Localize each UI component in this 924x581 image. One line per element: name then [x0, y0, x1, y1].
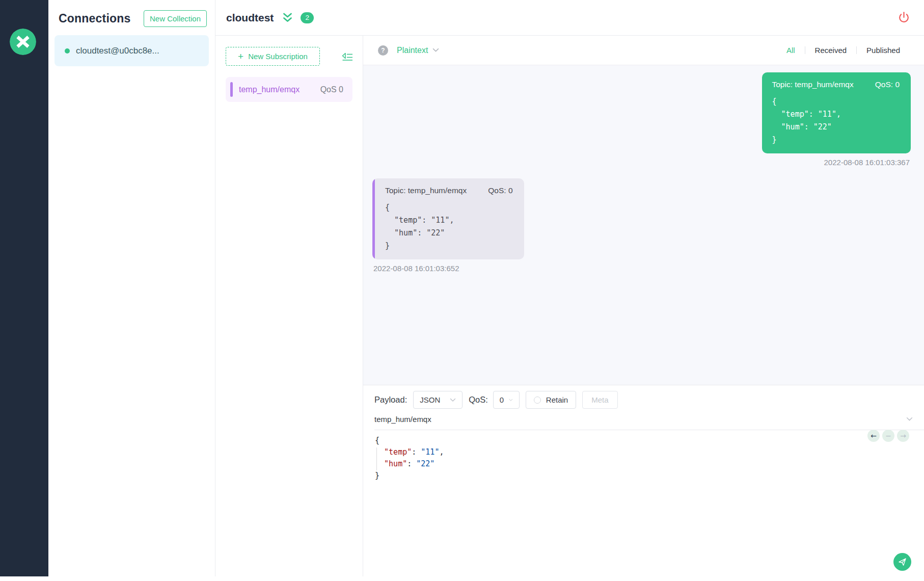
plus-icon: + — [238, 51, 243, 61]
message-list: Topic: temp_hum/emqx QoS: 0 { "temp": "1… — [363, 65, 924, 385]
power-icon — [897, 11, 911, 24]
subscription-topic: temp_hum/emqx — [239, 85, 315, 94]
payload-format-display-select[interactable]: Plaintext — [397, 46, 439, 55]
retain-radio-icon — [534, 397, 541, 404]
message-topic: Topic: temp_hum/emqx — [772, 80, 854, 89]
subscription-color-bar — [230, 82, 233, 97]
payload-format-select[interactable]: JSON — [413, 391, 463, 409]
message-timestamp: 2022-08-08 16:01:03:367 — [824, 158, 910, 167]
format-label: Plaintext — [397, 46, 428, 55]
tab-all[interactable]: All — [777, 46, 805, 55]
payload-editor[interactable]: { "temp": "11", "hum": "22"} — [363, 430, 924, 482]
connection-header: cloudtest 2 — [215, 0, 924, 36]
indent-guide — [376, 447, 377, 470]
payload-editor-code: { "temp": "11", "hum": "22"} — [375, 435, 924, 482]
message-timestamp: 2022-08-08 16:01:03:652 — [373, 264, 459, 273]
collapse-panel-icon — [341, 51, 354, 62]
published-message: Topic: temp_hum/emqx QoS: 0 { "temp": "1… — [372, 72, 911, 167]
collapse-panel-button[interactable] — [340, 50, 355, 63]
qos-value: 0 — [500, 395, 504, 404]
history-back-button[interactable]: ← — [867, 430, 880, 442]
disconnect-button[interactable] — [895, 10, 912, 26]
message-filter-tabs: All Received Published — [777, 46, 910, 55]
connections-panel: Connections New Collection cloudtest@u0c… — [48, 0, 215, 576]
tab-received[interactable]: Received — [805, 46, 857, 55]
mqttx-logo-icon — [10, 29, 36, 55]
retain-checkbox[interactable]: Retain — [526, 391, 576, 409]
send-plane-icon — [898, 557, 907, 567]
send-button[interactable] — [893, 553, 911, 571]
received-color-bar — [372, 178, 375, 259]
received-message-bubble: Topic: temp_hum/emqx QoS: 0 { "temp": "1… — [372, 178, 524, 259]
chevron-down-icon — [432, 48, 439, 52]
tab-published[interactable]: Published — [857, 46, 910, 55]
payload-history-controls: ← − → — [867, 430, 909, 442]
message-payload: { "temp": "11", "hum": "22" } — [772, 95, 900, 146]
message-qos: QoS: 0 — [488, 186, 512, 195]
subscription-item[interactable]: temp_hum/emqx QoS 0 — [226, 77, 352, 102]
payload-format-value: JSON — [420, 395, 440, 404]
subscription-qos: QoS 0 — [320, 85, 343, 94]
qos-label: QoS: — [469, 395, 488, 405]
chevron-down-icon — [450, 398, 456, 402]
publish-controls: Payload: JSON QoS: 0 Retain Meta — [363, 385, 924, 409]
topic-input[interactable]: temp_hum/emqx — [374, 415, 431, 424]
publish-panel: Payload: JSON QoS: 0 Retain Meta temp_hu… — [363, 385, 924, 581]
help-icon[interactable]: ? — [378, 45, 388, 56]
subscriptions-count-badge: 2 — [301, 12, 314, 23]
new-subscription-button[interactable]: + New Subscription — [226, 47, 320, 66]
new-subscription-label: New Subscription — [248, 52, 308, 61]
history-collapse-button[interactable]: − — [882, 430, 894, 442]
connection-name: cloudtest@u0cbc8e... — [76, 46, 159, 56]
publish-topic-row: temp_hum/emqx — [374, 409, 924, 430]
chevron-down-icon — [509, 398, 513, 402]
subscriptions-panel: + New Subscription temp_hum/emqx QoS 0 — [215, 36, 363, 576]
retain-label: Retain — [546, 395, 568, 404]
new-collection-button[interactable]: New Collection — [144, 10, 207, 27]
payload-label: Payload: — [374, 395, 407, 405]
message-topic: Topic: temp_hum/emqx — [385, 186, 467, 195]
chevron-down-icon[interactable] — [906, 417, 913, 421]
connection-item[interactable]: cloudtest@u0cbc8e... — [55, 35, 209, 66]
connected-status-dot — [65, 48, 70, 54]
connection-title: cloudtest — [226, 12, 274, 24]
message-area: ? Plaintext All Received Published Topic… — [363, 36, 924, 385]
history-forward-button[interactable]: → — [897, 430, 909, 442]
qos-select[interactable]: 0 — [493, 391, 520, 409]
message-qos: QoS: 0 — [875, 80, 900, 89]
published-message-bubble: Topic: temp_hum/emqx QoS: 0 { "temp": "1… — [762, 72, 911, 153]
double-chevron-down-icon[interactable] — [282, 12, 293, 23]
message-toolbar: ? Plaintext All Received Published — [363, 36, 924, 65]
connections-title: Connections — [59, 12, 130, 25]
nav-rail — [0, 0, 48, 576]
message-payload: { "temp": "11", "hum": "22" } — [385, 201, 513, 252]
received-message: Topic: temp_hum/emqx QoS: 0 { "temp": "1… — [372, 178, 911, 273]
meta-button[interactable]: Meta — [582, 391, 617, 409]
